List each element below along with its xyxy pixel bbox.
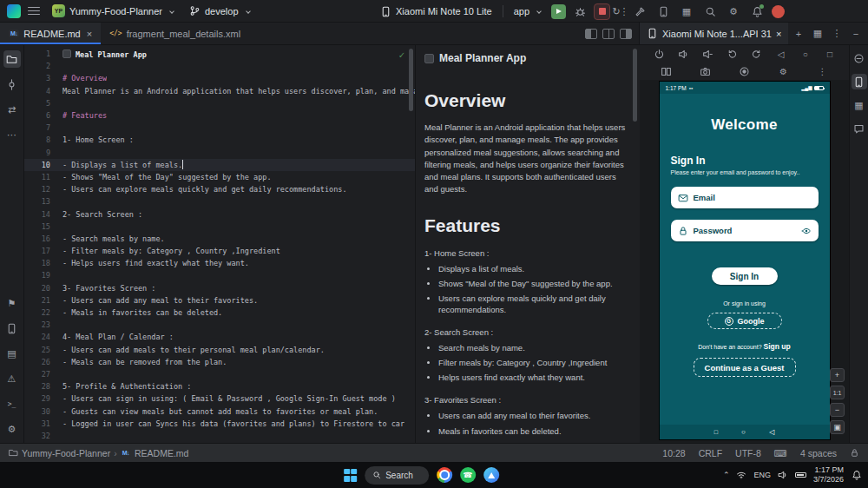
editor-line[interactable]: 18- Helps users find exactly what they w… (24, 257, 415, 269)
pull-requests-icon[interactable]: ⇄ (3, 101, 21, 118)
new-device-tab-icon[interactable]: + (790, 25, 807, 43)
volume-up-icon[interactable] (675, 47, 691, 61)
hidden-icons-chevron[interactable]: ⌃ (723, 471, 730, 479)
nav-back-icon[interactable]: ◁ (769, 428, 774, 436)
notifications-icon[interactable] (748, 3, 766, 20)
tab-fragment-xml[interactable]: </> fragment_meal_details.xml (101, 23, 249, 44)
volume-icon[interactable] (778, 470, 788, 480)
sign-in-button[interactable]: Sign In (712, 267, 778, 285)
windows-start-icon[interactable] (344, 469, 357, 482)
device-screen[interactable]: 1:17 PM ▪▪ ▂▄▆ Welcome Sign In Please en… (660, 82, 830, 439)
notification-center-icon[interactable] (851, 469, 863, 481)
language-indicator[interactable]: ENG (753, 471, 771, 479)
taskbar-search[interactable]: Search (365, 466, 429, 485)
commit-tool-icon[interactable] (3, 76, 21, 93)
zoom-out-button[interactable]: − (830, 403, 845, 417)
settings-icon[interactable]: ⚙ (725, 3, 742, 20)
read-only-lock-icon[interactable] (850, 448, 859, 458)
screen-record-icon[interactable] (737, 64, 753, 78)
more-tools-icon[interactable]: ⋯ (3, 126, 21, 143)
line-ending[interactable]: CRLF (699, 448, 722, 458)
app-inspection-icon[interactable]: ▦ (678, 3, 695, 20)
build-icon[interactable] (631, 3, 648, 20)
editor-line[interactable]: 19 (24, 269, 415, 281)
project-tool-icon[interactable] (3, 50, 21, 68)
editor-line[interactable]: 15 (24, 221, 415, 233)
file-encoding[interactable]: UTF-8 (735, 448, 761, 458)
tab-readme[interactable]: M↓ README.md × (0, 23, 101, 44)
sync-project-icon[interactable]: ↻ (608, 3, 625, 20)
home-button-icon[interactable]: ○ (798, 47, 813, 61)
zoom-fit-button[interactable]: ▣ (830, 420, 845, 434)
editor-line[interactable]: 1Meal Planner App (24, 48, 415, 60)
editor-line[interactable]: 142- Search Screen : (24, 208, 415, 220)
sign-up-link[interactable]: Sign up (764, 342, 791, 351)
power-button-icon[interactable] (651, 47, 667, 61)
project-selector[interactable]: YP Yummy-Food-Planner (47, 3, 179, 19)
editor-line[interactable]: 21- Users can add any meal to their favo… (24, 294, 415, 307)
password-field[interactable]: Password (671, 220, 819, 241)
device-manager-icon[interactable] (654, 3, 672, 20)
terminal-tool-icon[interactable]: >_ (3, 395, 21, 412)
editor-line[interactable]: 32 (24, 430, 415, 442)
overview-button-icon[interactable]: □ (822, 47, 838, 61)
zoom-reset-button[interactable]: 1:1 (830, 386, 845, 399)
bookmarks-tool-icon[interactable]: ⚑ (3, 294, 21, 312)
clock-date[interactable]: 1:17 PM 3/7/2026 (813, 465, 844, 485)
keyboard-icon[interactable]: ⌨ (774, 448, 787, 458)
show-password-eye-icon[interactable] (801, 226, 812, 236)
editor-line[interactable]: 285- Profile & Authentication : (24, 380, 415, 392)
breadcrumb[interactable]: Yummy-Food-Planner › M↓ README.md (9, 448, 188, 458)
assistant-tool-icon[interactable] (852, 121, 867, 136)
editor-line[interactable]: 13 (24, 195, 415, 208)
editor-line[interactable]: 3# Overview (24, 72, 415, 84)
editor-line[interactable]: 6# Features (24, 109, 415, 122)
editor-line[interactable]: 11- Shows "Meal of the Day" suggested by… (24, 171, 415, 183)
editor-line[interactable]: 17- Filter meals by: Category , Country … (24, 245, 415, 257)
close-icon[interactable]: × (776, 29, 781, 39)
back-button-icon[interactable]: ◁ (773, 47, 789, 61)
editor-line[interactable]: 203- Favorites Screen : (24, 282, 415, 294)
rotate-right-icon[interactable] (749, 47, 765, 61)
editor-line[interactable]: 81- Home Screen : (24, 134, 415, 146)
services-tool-icon[interactable]: ⚙ (3, 420, 21, 438)
device-mirror-settings-icon[interactable]: ⚙ (776, 64, 792, 78)
main-menu-icon[interactable] (26, 3, 42, 19)
indent-setting[interactable]: 4 spaces (800, 448, 837, 458)
markdown-editor[interactable]: 1Meal Planner App23# Overview4Meal Plann… (24, 45, 415, 443)
whatsapp-app-icon[interactable]: ☎ (460, 467, 476, 483)
google-sign-in-button[interactable]: G Google (707, 313, 782, 329)
device-explorer-tool-icon[interactable]: ▦ (852, 97, 867, 113)
editor-line[interactable]: 16- Search meals by name. (24, 233, 415, 245)
editor-line[interactable]: 5 (24, 97, 415, 109)
show-editor-only-icon[interactable] (585, 29, 597, 39)
editor-line[interactable]: 4Meal Planner is an Android application … (24, 85, 415, 97)
editor-line[interactable]: 30- Guests can view meals but cannot add… (24, 405, 415, 417)
nav-recents-icon[interactable]: □ (714, 429, 718, 435)
chrome-app-icon[interactable] (437, 467, 452, 483)
editor-line[interactable]: 27 (24, 368, 415, 380)
breadcrumb-file[interactable]: README.md (135, 448, 188, 458)
run-config-selector[interactable]: app (509, 4, 546, 18)
editor-line[interactable]: 25- Users can add meals to their persona… (24, 344, 415, 356)
nav-home-icon[interactable]: ○ (741, 428, 746, 436)
panel-options-icon[interactable]: ⋮ (828, 25, 845, 43)
editor-line[interactable]: 244- Meal Plan / Calendar : (24, 331, 415, 343)
inspections-ok-icon[interactable]: ✓ (398, 49, 404, 61)
email-field[interactable]: Email (671, 187, 819, 208)
close-icon[interactable]: × (87, 29, 92, 39)
editor-line[interactable]: 10- Displays a list of meals. (24, 159, 415, 171)
wifi-icon[interactable] (736, 470, 746, 480)
rotate-left-icon[interactable] (724, 47, 740, 61)
editor-line[interactable]: 22- Meals in favorites can be deleted. (24, 307, 415, 319)
breadcrumb-project[interactable]: Yummy-Food-Planner (22, 448, 110, 458)
editor-line[interactable]: 7 (24, 122, 415, 134)
show-editor-and-preview-icon[interactable] (602, 29, 615, 39)
tab-running-device[interactable]: Xiaomi Mi Note 1...API 31 × (640, 23, 788, 44)
device-selector[interactable]: Xiaomi Mi Note 10 Lite (375, 4, 497, 19)
cursor-position[interactable]: 10:28 (662, 448, 685, 458)
logcat-tool-icon[interactable]: ▤ (3, 345, 21, 362)
editor-scrollbar[interactable] (409, 49, 413, 111)
search-icon[interactable] (701, 3, 719, 20)
hide-panel-icon[interactable]: − (847, 25, 865, 43)
